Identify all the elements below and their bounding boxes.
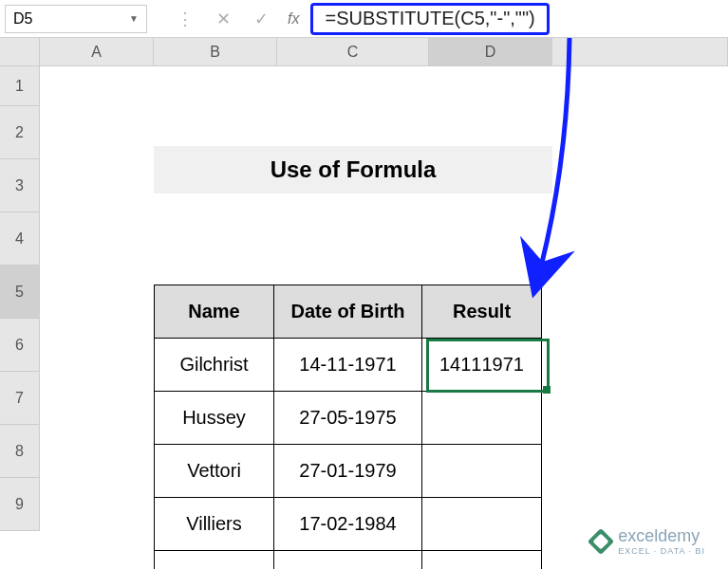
table-header-row: Name Date of Birth Result [155, 285, 542, 339]
logo-tagline: EXCEL · DATA · BI [618, 546, 705, 556]
name-box-value: D5 [13, 10, 32, 28]
col-header-C[interactable]: C [277, 38, 429, 65]
enter-icon[interactable]: ✓ [242, 5, 280, 33]
cell-result[interactable] [422, 551, 542, 570]
col-header-rest [552, 38, 728, 65]
th-result[interactable]: Result [422, 285, 542, 339]
chevron-down-icon[interactable]: ▼ [129, 13, 139, 24]
cell-result[interactable] [422, 498, 542, 551]
row-header-6[interactable]: 6 [0, 319, 40, 372]
row-header-5[interactable]: 5 [0, 266, 40, 319]
table-row: Villiers 17-02-1984 [155, 498, 542, 551]
row-header-4[interactable]: 4 [0, 212, 40, 266]
cancel-icon[interactable]: ✕ [204, 5, 242, 33]
data-table: Name Date of Birth Result Gilchrist 14-1… [154, 284, 542, 569]
dots-icon: ⋮ [166, 5, 204, 33]
table-row: Hussey 27-05-1975 [155, 392, 542, 445]
fx-icon[interactable]: fx [288, 10, 299, 28]
cell-name[interactable]: Vettori [155, 445, 274, 498]
col-header-A[interactable]: A [40, 38, 154, 65]
cell-name[interactable]: Villiers [155, 498, 274, 551]
column-headers: A B C D [0, 38, 728, 66]
row-header-9[interactable]: 9 [0, 478, 40, 531]
formula-text: =SUBSTITUTE(C5,"-","") [325, 8, 534, 29]
exceldemy-logo: exceldemy EXCEL · DATA · BI [591, 526, 705, 556]
col-header-D[interactable]: D [429, 38, 552, 65]
logo-icon [588, 527, 614, 554]
cell-dob[interactable]: 14-11-1971 [274, 339, 422, 392]
formula-input[interactable]: =SUBSTITUTE(C5,"-","") [310, 3, 549, 35]
table-row: Vettori 27-01-1979 [155, 445, 542, 498]
name-box[interactable]: D5 ▼ [5, 5, 147, 33]
col-header-B[interactable]: B [154, 38, 277, 65]
logo-brand: exceldemy [618, 526, 700, 545]
row-header-3[interactable]: 3 [0, 159, 40, 212]
cell-result[interactable] [422, 392, 542, 445]
cell-result[interactable]: 14111971 [422, 339, 542, 392]
cell-dob[interactable]: 27-05-1975 [274, 392, 422, 445]
cell-dob[interactable]: 27-01-1979 [274, 445, 422, 498]
table-row: Gilchrist 14-11-1971 14111971 [155, 339, 542, 392]
sheet-title: Use of Formula [154, 146, 552, 193]
cell-result[interactable] [422, 445, 542, 498]
cell-dob[interactable]: 17-02-1984 [274, 498, 422, 551]
cell-name[interactable]: Alaistar [155, 551, 274, 570]
select-all-corner[interactable] [0, 38, 40, 65]
cell-name[interactable]: Gilchrist [155, 339, 274, 392]
row-header-7[interactable]: 7 [0, 372, 40, 425]
row-header-8[interactable]: 8 [0, 425, 40, 478]
formula-bar-row: D5 ▼ ⋮ ✕ ✓ fx =SUBSTITUTE(C5,"-","") [0, 0, 728, 38]
th-dob[interactable]: Date of Birth [274, 285, 422, 339]
table-row: Alaistar 25-12-1984 [155, 551, 542, 570]
spreadsheet-grid[interactable]: A B C D 1 2 3 4 5 6 7 8 9 Use of Formula… [0, 38, 728, 531]
cell-dob[interactable]: 25-12-1984 [274, 551, 422, 570]
cell-name[interactable]: Hussey [155, 392, 274, 445]
row-header-2[interactable]: 2 [0, 106, 40, 159]
th-name[interactable]: Name [155, 285, 274, 339]
row-header-1[interactable]: 1 [0, 66, 40, 106]
